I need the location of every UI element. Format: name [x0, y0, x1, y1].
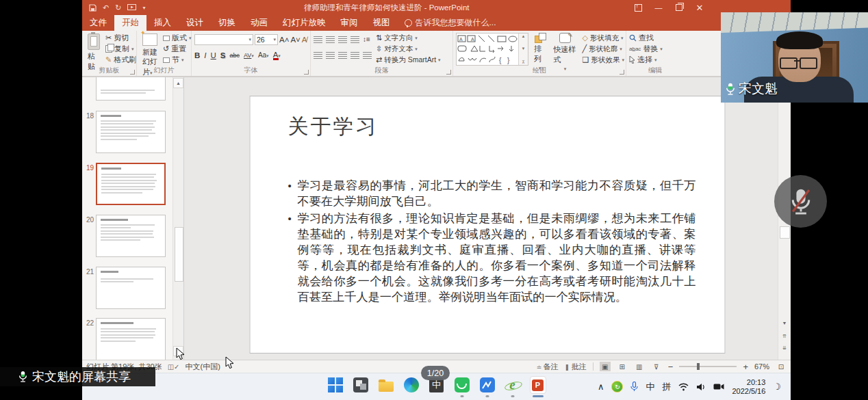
shrink-font-button[interactable]: A˅ — [290, 36, 300, 44]
font-color-button[interactable]: A▾ — [273, 51, 281, 60]
tray-app-icon[interactable]: ↻ — [611, 381, 623, 392]
bullets-icon[interactable] — [314, 36, 322, 43]
zoom-slider-handle[interactable] — [697, 363, 700, 370]
edge-browser-button[interactable] — [403, 377, 420, 393]
increase-indent-icon[interactable] — [350, 36, 359, 43]
slide-scroll-down-button[interactable]: ▼ — [778, 318, 791, 329]
tab-slideshow[interactable]: 幻灯片放映 — [275, 15, 333, 31]
thumbnail-scrollbar[interactable]: ▲ ▼ — [173, 77, 183, 360]
zoom-in-button[interactable]: + — [743, 362, 748, 372]
minimize-button[interactable]: — — [648, 0, 669, 15]
section-button[interactable]: 节▾ — [163, 55, 192, 66]
cut-button[interactable]: ✂剪切 — [105, 33, 136, 44]
next-slide-button[interactable]: ⇊ — [778, 343, 791, 354]
shape-effects-button[interactable]: ❑形状效果▾ — [583, 55, 624, 66]
slide-bullet-2[interactable]: 学习的方法有很多，理论知识肯定是基础，但是未雨绸缪，想为未来工作铺垫基础的，特别… — [288, 211, 696, 305]
zoom-out-button[interactable]: − — [668, 362, 674, 372]
shapes-gallery[interactable]: A A { } ▲▼⊼ — [456, 33, 528, 66]
mute-button[interactable] — [774, 175, 827, 228]
layout-button[interactable]: 版式▾ — [163, 33, 192, 44]
comments-button[interactable]: ❚ 批注 — [565, 362, 587, 372]
thumbnail-scroll-up-button[interactable]: ▲ — [173, 78, 183, 88]
wifi-icon[interactable] — [678, 383, 689, 391]
format-painter-button[interactable]: ✎格式刷 — [105, 55, 136, 66]
drawing-dialog-launcher[interactable] — [620, 70, 624, 75]
bold-button[interactable]: B — [194, 51, 200, 59]
font-dialog-launcher[interactable] — [304, 70, 309, 75]
copy-button[interactable]: 复制▾ — [105, 44, 136, 55]
save-icon[interactable] — [89, 4, 97, 12]
tab-animations[interactable]: 动画 — [243, 15, 275, 31]
slide-body-text[interactable]: 学习是最容易的事情，河北工大的学生，智商和学习能力不容质疑，但千万不要在大学期间… — [288, 178, 696, 305]
blue-app-button[interactable] — [479, 377, 496, 393]
character-spacing-button[interactable]: AV▾ — [244, 52, 254, 59]
file-explorer-button[interactable] — [378, 377, 394, 393]
webcam-video[interactable]: 宋文魁 — [721, 12, 868, 103]
start-button[interactable] — [327, 377, 344, 393]
redo-icon[interactable]: ↻ — [115, 3, 121, 12]
view-normal-button[interactable]: ▣ — [600, 362, 611, 371]
shape-outline-button[interactable]: ╱形状轮廓▾ — [583, 44, 624, 55]
tab-transitions[interactable]: 切换 — [211, 15, 243, 31]
thumbnail-slide-18[interactable]: 18 — [82, 111, 166, 153]
decrease-indent-icon[interactable] — [338, 36, 347, 43]
select-button[interactable]: 选择▾ — [629, 55, 682, 66]
tab-design[interactable]: 设计 — [179, 15, 211, 31]
align-right-icon[interactable] — [338, 52, 347, 59]
clear-formatting-button[interactable]: A̸ — [302, 36, 307, 44]
tab-review[interactable]: 审阅 — [333, 15, 366, 31]
strikethrough-button[interactable]: abc — [230, 52, 240, 59]
green-app-button[interactable] — [454, 377, 470, 393]
justify-icon[interactable] — [350, 52, 359, 59]
underline-button[interactable]: U — [211, 51, 216, 59]
tab-view[interactable]: 视图 — [366, 15, 398, 31]
undo-icon[interactable]: ↶ — [103, 3, 109, 12]
tab-home[interactable]: 开始 — [114, 15, 146, 31]
restore-button[interactable] — [669, 0, 689, 15]
ribbon-display-options-button[interactable] — [628, 0, 648, 15]
clipboard-dialog-launcher[interactable] — [130, 70, 135, 75]
change-case-button[interactable]: Aa▾ — [258, 51, 269, 59]
thumbnail-slide-22[interactable]: 22 — [82, 318, 166, 360]
view-reading-button[interactable]: ▥ — [634, 362, 645, 371]
font-size-combo[interactable]: 26▾ — [255, 34, 278, 45]
task-view-button[interactable] — [353, 377, 369, 393]
slide-canvas[interactable]: 关于学习 学习是最容易的事情，河北工大的学生，智商和学习能力不容质疑，但千万不要… — [250, 96, 726, 354]
view-slideshow-button[interactable]: ⊽ — [651, 362, 662, 371]
reset-button[interactable]: ↺重置 — [163, 44, 192, 55]
thumbnail-scrollbar-thumb[interactable] — [175, 227, 183, 282]
tray-clock[interactable]: 20:13 2022/5/16 — [732, 378, 765, 396]
replace-button[interactable]: ab̲ac 替换▾ — [629, 44, 682, 55]
tell-me-box[interactable]: 告诉我您想要做什么... — [398, 15, 503, 31]
previous-slide-button[interactable]: ⇈ — [778, 331, 791, 342]
shape-fill-button[interactable]: ◇形状填充▾ — [583, 33, 624, 44]
tray-pinyin-indicator[interactable]: 拼 — [662, 382, 671, 391]
shapes-gallery-scroll[interactable]: ▲▼⊼ — [518, 34, 528, 65]
camera-icon[interactable] — [713, 383, 724, 390]
tab-insert[interactable]: 插入 — [146, 15, 179, 31]
align-left-icon[interactable] — [314, 52, 322, 59]
thumbnail-slide-20[interactable]: 20 — [82, 215, 166, 257]
grow-font-button[interactable]: A˄ — [279, 36, 289, 44]
font-name-combo[interactable]: ▾ — [194, 34, 253, 45]
italic-button[interactable]: I — [204, 51, 206, 59]
powerpoint-taskbar-button[interactable]: P — [530, 377, 546, 393]
thumbnail-slide-19-selected[interactable]: 19 — [82, 163, 166, 205]
speaker-icon[interactable] — [696, 383, 706, 391]
columns-icon[interactable] — [363, 52, 372, 59]
slide-scrollbar-thumb[interactable] — [780, 226, 790, 239]
find-button[interactable]: 查找 — [629, 33, 682, 44]
status-language[interactable]: 中文(中国) — [185, 362, 220, 372]
spell-check-icon[interactable]: ◫✓ — [168, 363, 180, 371]
zoom-percentage[interactable]: 67% — [754, 362, 769, 371]
paragraph-dialog-launcher[interactable] — [446, 70, 451, 75]
night-mode-icon[interactable]: ☽ — [773, 382, 781, 391]
tray-ime-mode[interactable]: 中 — [646, 382, 654, 391]
tray-expand-button[interactable]: ∧ — [598, 382, 604, 391]
view-slide-sorter-button[interactable]: ⊞ — [617, 362, 628, 371]
convert-smartart-button[interactable]: ⇄转换为 SmartArt▾ — [376, 55, 441, 66]
fit-to-window-button[interactable]: ⊡ — [776, 362, 787, 371]
align-center-icon[interactable] — [326, 52, 335, 59]
tray-mic-icon[interactable] — [630, 382, 638, 392]
ie-browser-button[interactable]: e — [505, 377, 521, 393]
